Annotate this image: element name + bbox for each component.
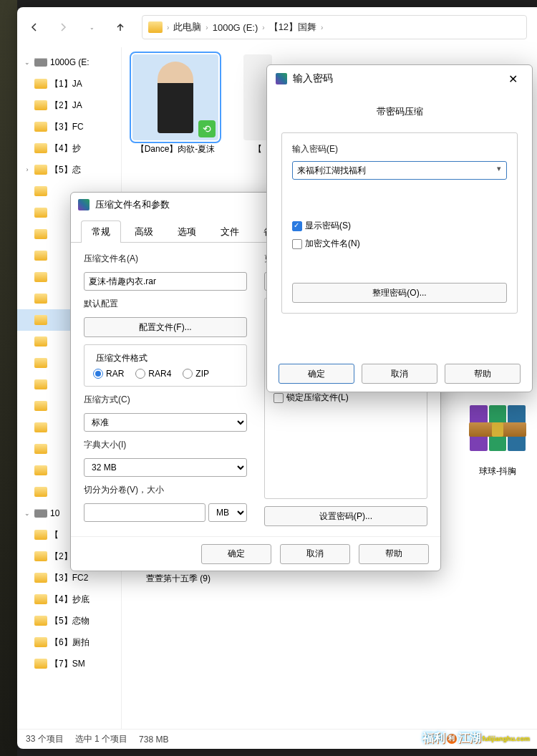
cancel-button[interactable]: 取消 — [280, 544, 350, 564]
tree-folder[interactable]: 【5】恋物 — [17, 610, 121, 631]
ok-button[interactable]: 确定 — [279, 364, 354, 384]
profile-button[interactable]: 配置文件(F)... — [84, 317, 247, 337]
breadcrumb-segment[interactable]: 1000G (E:) — [213, 22, 258, 33]
folder-icon — [34, 229, 47, 239]
dictionary-label: 字典大小(I) — [84, 439, 247, 451]
cancel-button[interactable]: 取消 — [362, 364, 437, 384]
tree-folder[interactable]: ›【5】恋 — [17, 159, 121, 180]
winrar-icon — [276, 73, 287, 84]
dialog-title: 输入密码 — [293, 72, 333, 85]
password-label: 输入密码(E) — [292, 143, 507, 155]
drive-icon — [34, 509, 47, 518]
folder-icon — [34, 551, 47, 561]
folder-icon — [34, 573, 47, 583]
chevron-right-icon: › — [321, 24, 323, 32]
dialog-titlebar[interactable]: 输入密码 ✕ — [267, 65, 532, 92]
file-label: 萱萱第十五季 (9) — [146, 573, 211, 585]
folder-icon — [34, 594, 47, 604]
tab-advanced[interactable]: 高级 — [124, 220, 164, 243]
status-selected-size: 738 MB — [139, 735, 168, 745]
format-label: 压缩文件格式 — [93, 352, 150, 364]
folder-icon — [34, 465, 47, 475]
help-button[interactable]: 帮助 — [445, 364, 521, 384]
folder-icon — [34, 122, 47, 132]
drive-icon — [34, 58, 47, 67]
encrypt-names-checkbox[interactable]: 加密文件名(N) — [292, 238, 507, 250]
folder-icon — [34, 272, 47, 282]
tab-files[interactable]: 文件 — [210, 220, 250, 243]
folder-icon — [34, 444, 47, 454]
folder-icon — [148, 21, 163, 33]
file-label: 【Dance】肉欲-夏沫 — [136, 143, 216, 155]
show-password-checkbox[interactable]: 显示密码(S) — [292, 220, 507, 232]
folder-icon — [34, 143, 47, 153]
folder-icon — [34, 358, 47, 368]
opt-lock-checkbox[interactable]: 锁定压缩文件(L) — [274, 392, 418, 404]
password-dialog: 输入密码 ✕ 带密码压缩 输入密码(E) 显示密码(S) 加密文件名(N) 整理… — [266, 64, 533, 392]
forward-button[interactable] — [56, 20, 70, 34]
archive-badge-icon: ⟲ — [198, 120, 216, 137]
file-thumbnail: ⟲ — [132, 54, 218, 140]
folder-icon — [34, 186, 47, 196]
close-button[interactable]: ✕ — [503, 69, 523, 89]
file-label: 【 — [253, 143, 262, 155]
recent-dropdown[interactable]: ⌄ — [84, 20, 99, 34]
folder-icon — [34, 637, 47, 647]
folder-icon — [34, 315, 47, 325]
format-rar-radio[interactable]: RAR — [93, 369, 124, 379]
tree-folder[interactable]: 【7】SM — [17, 653, 121, 674]
split-label: 切分为分卷(V)，大小 — [84, 484, 247, 496]
ok-button[interactable]: 确定 — [201, 544, 271, 564]
folder-icon — [34, 294, 47, 304]
rar-icon — [469, 405, 526, 462]
up-button[interactable] — [113, 20, 127, 34]
compression-label: 压缩方式(C) — [84, 394, 247, 406]
chevron-right-icon: › — [205, 24, 208, 32]
folder-icon — [34, 659, 47, 669]
dialog-subtitle: 带密码压缩 — [281, 105, 518, 118]
tree-folder[interactable]: 【6】厕拍 — [17, 631, 121, 653]
tab-options[interactable]: 选项 — [167, 220, 207, 243]
folder-icon — [34, 422, 47, 432]
folder-icon — [34, 336, 47, 346]
set-password-button[interactable]: 设置密码(P)... — [264, 506, 427, 526]
file-label: 球球-抖胸 — [479, 465, 516, 478]
archive-name-input[interactable] — [84, 272, 247, 291]
breadcrumb-segment[interactable]: 此电脑 — [173, 21, 201, 34]
help-button[interactable]: 帮助 — [359, 544, 429, 564]
tree-folder[interactable]: 【4】抄 — [17, 137, 121, 159]
tree-folder[interactable]: 【2】JA — [17, 94, 121, 116]
folder-icon — [34, 79, 47, 89]
chevron-right-icon: › — [262, 24, 264, 32]
breadcrumb-segment[interactable]: 【12】国舞 — [269, 21, 316, 34]
file-item[interactable]: 球球-抖胸 — [451, 405, 537, 478]
password-input[interactable] — [292, 161, 507, 180]
folder-icon — [34, 165, 47, 175]
watermark: 福利利江湖 fulijianghu.com — [422, 731, 531, 746]
status-selected-count: 选中 1 个项目 — [75, 733, 127, 745]
format-zip-radio[interactable]: ZIP — [183, 369, 209, 379]
split-size-input[interactable] — [84, 503, 205, 522]
tree-folder[interactable]: 【3】FC — [17, 116, 121, 137]
dialog-title: 压缩文件名和参数 — [95, 198, 170, 211]
archive-name-label: 压缩文件名(A) — [84, 253, 247, 265]
folder-icon — [34, 100, 47, 110]
file-item[interactable]: ⟲ 【Dance】肉欲-夏沫 — [129, 54, 222, 155]
folder-icon — [34, 530, 47, 540]
toolbar: ⌄ › 此电脑 › 1000G (E:) › 【12】国舞 › — [17, 7, 537, 47]
tree-folder[interactable]: 【4】抄底 — [17, 588, 121, 610]
tab-general[interactable]: 常规 — [81, 220, 121, 243]
dictionary-select[interactable]: 32 MB — [84, 458, 247, 477]
split-unit-select[interactable]: MB — [208, 503, 247, 522]
tree-drive-root[interactable]: ⌄1000G (E: — [17, 52, 121, 73]
compression-select[interactable]: 标准 — [84, 413, 247, 432]
winrar-icon — [78, 199, 90, 210]
back-button[interactable] — [27, 20, 42, 34]
folder-icon — [34, 379, 47, 389]
default-profile-label: 默认配置 — [84, 298, 247, 310]
status-item-count: 33 个项目 — [26, 733, 64, 745]
breadcrumb[interactable]: › 此电脑 › 1000G (E:) › 【12】国舞 › — [142, 15, 527, 39]
format-rar4-radio[interactable]: RAR4 — [135, 369, 171, 379]
organize-passwords-button[interactable]: 整理密码(O)... — [292, 283, 507, 303]
tree-folder[interactable]: 【1】JA — [17, 73, 121, 94]
